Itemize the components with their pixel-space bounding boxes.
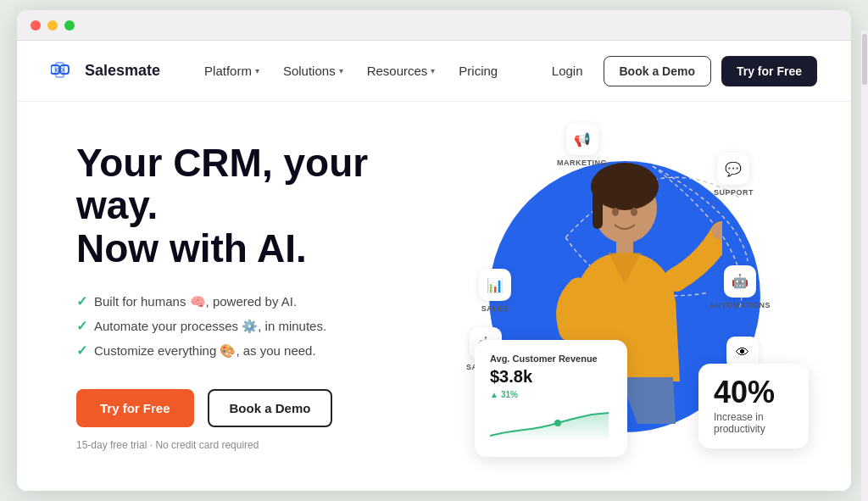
productivity-stat-card: 40% Increase in productivity bbox=[698, 364, 809, 448]
hero-cta: Try for Free Book a Demo bbox=[76, 389, 449, 427]
support-icon: 💬 bbox=[717, 153, 749, 185]
check-icon: ✓ bbox=[76, 318, 87, 334]
chevron-down-icon: ▾ bbox=[431, 66, 435, 75]
logo[interactable]: Salesmate bbox=[51, 62, 160, 81]
page-content: Salesmate Platform ▾ Solutions ▾ Resourc… bbox=[17, 41, 851, 491]
orbit-automations: 🤖 AUTOMATIONS bbox=[709, 265, 771, 309]
support-label: SUPPORT bbox=[714, 188, 754, 197]
orbit-marketing: 📢 MARKETING bbox=[557, 123, 607, 167]
mini-chart bbox=[490, 406, 609, 440]
check-icon: ✓ bbox=[76, 293, 87, 309]
book-demo-hero-button[interactable]: Book a Demo bbox=[208, 389, 333, 427]
svg-point-10 bbox=[631, 208, 637, 216]
svg-rect-6 bbox=[593, 186, 603, 229]
nav-right: Login Book a Demo Try for Free bbox=[542, 56, 817, 86]
svg-point-11 bbox=[554, 420, 561, 426]
hero-bullets: ✓ Built for humans 🧠, powered by AI. ✓ A… bbox=[76, 293, 449, 359]
marketing-icon: 📢 bbox=[566, 123, 598, 155]
nav-solutions[interactable]: Solutions ▾ bbox=[273, 57, 353, 85]
bullet-2: ✓ Automate your processes ⚙️, in minutes… bbox=[76, 318, 449, 334]
automations-label: AUTOMATIONS bbox=[709, 301, 771, 309]
nav-links: Platform ▾ Solutions ▾ Resources ▾ Prici… bbox=[194, 57, 542, 85]
navbar: Salesmate Platform ▾ Solutions ▾ Resourc… bbox=[17, 41, 851, 102]
arrow-up-icon: ▲ bbox=[490, 390, 498, 399]
sales-icon: 📊 bbox=[479, 269, 511, 301]
nav-platform[interactable]: Platform ▾ bbox=[194, 57, 270, 85]
revenue-stat-card: Avg. Customer Revenue $3.8k ▲ 31% bbox=[475, 340, 627, 457]
revenue-label: Avg. Customer Revenue bbox=[490, 353, 612, 364]
login-button[interactable]: Login bbox=[542, 57, 593, 85]
try-free-hero-button[interactable]: Try for Free bbox=[76, 389, 194, 427]
hero-section: Your CRM, your way. Now with AI. ✓ Built… bbox=[17, 102, 851, 491]
orbit-sales: 📊 SALES bbox=[479, 269, 511, 313]
book-demo-button[interactable]: Book a Demo bbox=[604, 56, 711, 86]
nav-resources[interactable]: Resources ▾ bbox=[357, 57, 446, 85]
minimize-button[interactable] bbox=[47, 20, 58, 31]
chevron-down-icon: ▾ bbox=[255, 66, 259, 75]
bullet-1: ✓ Built for humans 🧠, powered by AI. bbox=[76, 293, 449, 309]
hero-illustration: 📢 MARKETING 💬 SUPPORT 🤖 AUTOMATIONS 👁 IN… bbox=[449, 102, 800, 491]
bullet-3: ✓ Customize everything 🎨, as you need. bbox=[76, 342, 449, 359]
check-icon: ✓ bbox=[76, 342, 87, 359]
orbit-support: 💬 SUPPORT bbox=[714, 153, 754, 197]
hero-left: Your CRM, your way. Now with AI. ✓ Built… bbox=[76, 142, 449, 452]
chevron-down-icon: ▾ bbox=[339, 66, 343, 75]
logo-icon bbox=[51, 62, 78, 81]
try-free-nav-button[interactable]: Try for Free bbox=[721, 56, 817, 86]
revenue-growth: ▲ 31% bbox=[490, 390, 612, 399]
svg-point-9 bbox=[612, 208, 619, 216]
maximize-button[interactable] bbox=[64, 20, 75, 31]
logo-text: Salesmate bbox=[85, 62, 160, 80]
productivity-label: Increase in productivity bbox=[714, 411, 793, 435]
nav-pricing[interactable]: Pricing bbox=[448, 57, 508, 85]
close-button[interactable] bbox=[31, 20, 41, 31]
productivity-value: 40% bbox=[714, 377, 793, 408]
sales-label: SALES bbox=[481, 304, 509, 313]
marketing-label: MARKETING bbox=[557, 159, 607, 167]
svg-rect-7 bbox=[616, 237, 633, 254]
trial-note: 15-day free trial · No credit card requi… bbox=[76, 439, 449, 451]
hero-title: Your CRM, your way. Now with AI. bbox=[76, 142, 449, 270]
automations-icon: 🤖 bbox=[724, 265, 756, 298]
revenue-value: $3.8k bbox=[490, 367, 612, 387]
browser-chrome bbox=[17, 10, 851, 41]
